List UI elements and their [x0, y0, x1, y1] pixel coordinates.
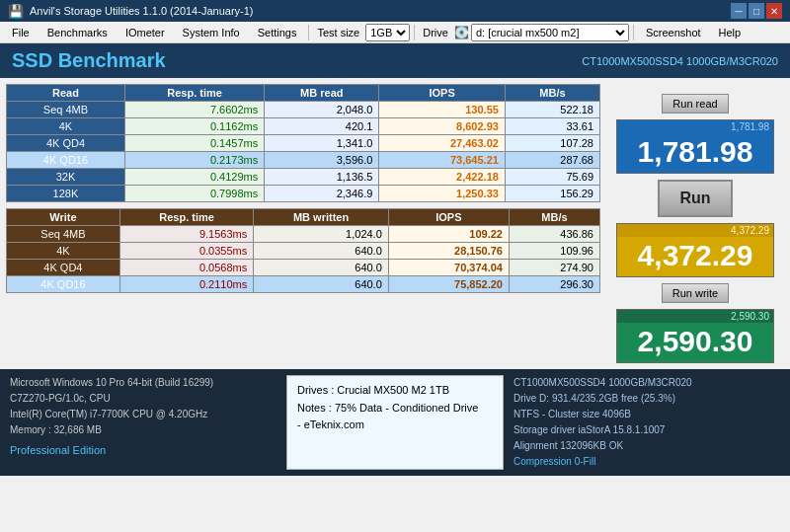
- sys-line-2: C7Z270-PG/1.0c, CPU: [10, 391, 276, 407]
- drive-model: CT1000MX500SSD4 1000GB/M3CR020: [582, 55, 778, 67]
- row-iops: 73,645.21: [379, 152, 506, 169]
- table-row: 4K 0.0355ms 640.0 28,150.76 109.96: [7, 243, 600, 260]
- menu-settings[interactable]: Settings: [250, 25, 305, 40]
- menu-help[interactable]: Help: [711, 25, 750, 40]
- total-score-box: 4,372.29 4,372.29: [616, 223, 774, 277]
- write-col-iops: IOPS: [388, 209, 509, 226]
- row-mbs: 33.61: [505, 118, 599, 135]
- row-label: 4K QD16: [7, 276, 120, 293]
- app-icon: 💾: [8, 4, 24, 19]
- drive-select[interactable]: d: [crucial mx500 m2]: [471, 24, 629, 41]
- bench-table: Read Resp. time MB read IOPS MB/s Seq 4M…: [6, 84, 600, 363]
- row-label: Seq 4MB: [7, 102, 125, 118]
- drive-info-line-4: Storage driver iaStorA 15.8.1.1007: [514, 422, 780, 438]
- read-col-resp: Resp. time: [124, 85, 264, 102]
- read-table: Read Resp. time MB read IOPS MB/s Seq 4M…: [6, 84, 600, 202]
- row-mb: 640.0: [254, 243, 389, 260]
- row-label: 4K QD4: [7, 260, 120, 276]
- maximize-button[interactable]: □: [749, 3, 764, 19]
- window-title: Anvil's Storage Utilities 1.1.0 (2014-Ja…: [30, 5, 731, 17]
- row-mb: 640.0: [254, 276, 389, 293]
- write-col-label: Write: [7, 209, 120, 226]
- write-col-mbs: MB/s: [509, 209, 599, 226]
- row-mbs: 287.68: [505, 152, 599, 169]
- minimize-button[interactable]: ─: [731, 3, 747, 19]
- menu-system-info[interactable]: System Info: [175, 25, 248, 40]
- row-mbs: 75.69: [505, 169, 599, 186]
- write-col-resp: Resp. time: [119, 209, 253, 226]
- write-score-box: 2,590.30 2,590.30: [616, 309, 774, 363]
- table-row: 4K QD4 0.1457ms 1,341.0 27,463.02 107.28: [7, 135, 600, 152]
- write-score-value: 2,590.30: [617, 323, 773, 362]
- table-row: 128K 0.7998ms 2,346.9 1,250.33 156.29: [7, 186, 600, 202]
- row-resp: 9.1563ms: [119, 226, 253, 243]
- menu-screenshot[interactable]: Screenshot: [638, 25, 709, 40]
- row-label: 4K: [7, 243, 120, 260]
- system-info: Microsoft Windows 10 Pro 64-bit (Build 1…: [10, 375, 276, 470]
- drive-info-line-1: CT1000MX500SSD4 1000GB/M3CR020: [514, 375, 780, 391]
- sys-line-4: Memory : 32,686 MB: [10, 422, 276, 438]
- read-col-label: Read: [7, 85, 125, 102]
- row-resp: 0.4129ms: [124, 169, 264, 186]
- menu-file[interactable]: File: [4, 25, 38, 40]
- row-iops: 75,852.20: [388, 276, 509, 293]
- test-size-label: Test size: [313, 25, 363, 40]
- table-row: 4K QD16 0.2110ms 640.0 75,852.20 296.30: [7, 276, 600, 293]
- row-label: Seq 4MB: [7, 226, 120, 243]
- notes-line-1: Drives : Crucial MX500 M2 1TB: [297, 382, 493, 400]
- row-iops: 28,150.76: [388, 243, 509, 260]
- notes-line-2: Notes : 75% Data - Conditioned Drive: [297, 400, 493, 418]
- drive-info-line-5: Alignment 132096KB OK: [514, 438, 780, 454]
- run-write-button[interactable]: Run write: [662, 283, 729, 303]
- row-label: 4K QD16: [7, 152, 125, 169]
- row-mb: 1,341.0: [265, 135, 379, 152]
- row-label: 32K: [7, 169, 125, 186]
- row-mb: 420.1: [265, 118, 379, 135]
- drive-info-box: CT1000MX500SSD4 1000GB/M3CR020 Drive D: …: [514, 375, 780, 470]
- row-mb: 1,136.5: [265, 169, 379, 186]
- row-iops: 1,250.33: [379, 186, 506, 202]
- close-button[interactable]: ✕: [766, 3, 782, 19]
- table-row: 4K QD16 0.2173ms 3,596.0 73,645.21 287.6…: [7, 152, 600, 169]
- notes-line-3: - eTeknix.com: [297, 417, 493, 434]
- menu-benchmarks[interactable]: Benchmarks: [40, 25, 116, 40]
- read-score-value: 1,781.98: [617, 133, 773, 173]
- row-resp: 0.0355ms: [119, 243, 253, 260]
- menu-iometer[interactable]: IOmeter: [118, 25, 173, 40]
- separator-3: [633, 25, 634, 40]
- test-size-select[interactable]: 1GB: [365, 24, 410, 41]
- drive-info-line-2: Drive D: 931.4/235.2GB free (25.3%): [514, 391, 780, 407]
- row-resp: 0.1457ms: [124, 135, 264, 152]
- table-row: Seq 4MB 9.1563ms 1,024.0 109.22 436.86: [7, 226, 600, 243]
- drive-info-line-6[interactable]: Compression 0-Fill: [514, 454, 780, 470]
- run-button[interactable]: Run: [658, 180, 732, 217]
- read-score-box: 1,781.98 1,781.98: [616, 119, 774, 174]
- row-mbs: 156.29: [505, 186, 599, 202]
- row-mb: 3,596.0: [265, 152, 379, 169]
- read-col-mb: MB read: [265, 85, 379, 102]
- row-iops: 109.22: [388, 226, 509, 243]
- title-bar: 💾 Anvil's Storage Utilities 1.1.0 (2014-…: [0, 0, 790, 22]
- read-col-mbs: MB/s: [505, 85, 599, 102]
- row-resp: 0.0568ms: [119, 260, 253, 276]
- run-read-button[interactable]: Run read: [662, 94, 728, 114]
- sys-line-3: Intel(R) Core(TM) i7-7700K CPU @ 4.20GHz: [10, 407, 276, 422]
- row-mbs: 274.90: [509, 260, 599, 276]
- row-mb: 2,048.0: [265, 102, 379, 118]
- row-iops: 27,463.02: [379, 135, 506, 152]
- row-mbs: 107.28: [505, 135, 599, 152]
- bottom-panel: Microsoft Windows 10 Pro 64-bit (Build 1…: [0, 369, 790, 476]
- read-score-label: 1,781.98: [731, 121, 769, 132]
- row-label: 4K QD4: [7, 135, 125, 152]
- row-label: 4K: [7, 118, 125, 135]
- row-mbs: 296.30: [509, 276, 599, 293]
- row-iops: 130.55: [379, 102, 506, 118]
- drive-label: Drive: [419, 25, 452, 40]
- row-iops: 2,422.18: [379, 169, 506, 186]
- row-resp: 0.2110ms: [119, 276, 253, 293]
- app-title: SSD Benchmark: [12, 49, 166, 72]
- row-iops: 70,374.04: [388, 260, 509, 276]
- benchmark-area: Read Resp. time MB read IOPS MB/s Seq 4M…: [0, 78, 790, 369]
- row-resp: 0.2173ms: [124, 152, 264, 169]
- total-score-label: 4,372.29: [731, 225, 769, 236]
